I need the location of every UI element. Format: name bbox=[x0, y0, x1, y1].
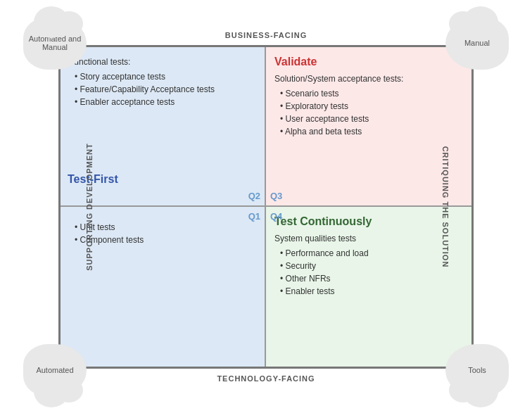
cloud-top-right: Manual bbox=[445, 17, 509, 70]
list-item: Security bbox=[280, 260, 464, 272]
cloud-tr-label: Manual bbox=[464, 39, 490, 47]
cloud-bottom-left: Automated bbox=[23, 344, 87, 397]
list-item: User acceptance tests bbox=[280, 113, 464, 125]
q1-content: Unit tests Component tests bbox=[69, 221, 258, 246]
list-item: Enabler acceptance tests bbox=[75, 96, 258, 108]
quadrant-grid: Functional tests: Story acceptance tests… bbox=[61, 47, 471, 367]
list-item: Component tests bbox=[75, 234, 258, 246]
q3-section-title: Solution/System acceptance tests: bbox=[274, 72, 464, 85]
q4-content: System qualities tests Performance and l… bbox=[274, 232, 464, 298]
cloud-tl-label: Automated and Manual bbox=[23, 34, 87, 51]
q2-section-title: Functional tests: bbox=[69, 56, 258, 68]
q3-list: Scenario tests Exploratory tests User ac… bbox=[274, 87, 464, 138]
q2-content: Functional tests: Story acceptance tests… bbox=[69, 56, 258, 108]
q3-content: Solution/System acceptance tests: Scenar… bbox=[274, 72, 464, 138]
main-frame: Functional tests: Story acceptance tests… bbox=[58, 45, 474, 369]
q1-list: Unit tests Component tests bbox=[69, 221, 258, 246]
list-item: Feature/Capability Acceptance tests bbox=[75, 83, 258, 96]
q1-number: Q1 bbox=[248, 211, 260, 222]
q2-list: Story acceptance tests Feature/Capabilit… bbox=[69, 70, 258, 108]
cloud-bottom-right: Tools bbox=[445, 344, 509, 397]
list-item: Story acceptance tests bbox=[75, 70, 258, 83]
cloud-bl-label: Automated bbox=[36, 366, 73, 374]
axis-left-label: SUPPORTING DEVELOPMENT bbox=[85, 143, 94, 271]
list-item: Performance and load bbox=[280, 247, 464, 260]
axis-top-label: BUSINESS-FACING bbox=[225, 31, 307, 39]
diagram-wrapper: Automated and Manual Manual Automated To… bbox=[20, 13, 512, 400]
quadrant-q3: Validate Solution/System acceptance test… bbox=[266, 47, 471, 207]
q3-number: Q3 bbox=[270, 191, 282, 201]
list-item: Unit tests bbox=[75, 221, 258, 234]
cloud-br-label: Tools bbox=[468, 366, 486, 374]
axis-bottom-label: TECHNOLOGY-FACING bbox=[217, 374, 315, 383]
q3-title: Validate bbox=[274, 56, 464, 68]
q4-section-title: System qualities tests bbox=[274, 232, 464, 245]
list-item: Alpha and beta tests bbox=[280, 125, 464, 138]
q4-title: Test Continuously bbox=[274, 215, 464, 228]
list-item: Other NFRs bbox=[280, 272, 464, 285]
q2-number: Q2 bbox=[248, 191, 260, 201]
cloud-top-left: Automated and Manual bbox=[23, 17, 87, 70]
list-item: Exploratory tests bbox=[280, 100, 464, 113]
axis-right-label: CRITIQUING THE SOLUTION bbox=[442, 146, 450, 267]
q4-list: Performance and load Security Other NFRs… bbox=[274, 247, 464, 298]
quadrant-q4: Test Continuously System qualities tests… bbox=[266, 207, 471, 367]
q4-number: Q4 bbox=[270, 211, 282, 222]
list-item: Scenario tests bbox=[280, 87, 464, 100]
list-item: Enabler tests bbox=[280, 285, 464, 298]
